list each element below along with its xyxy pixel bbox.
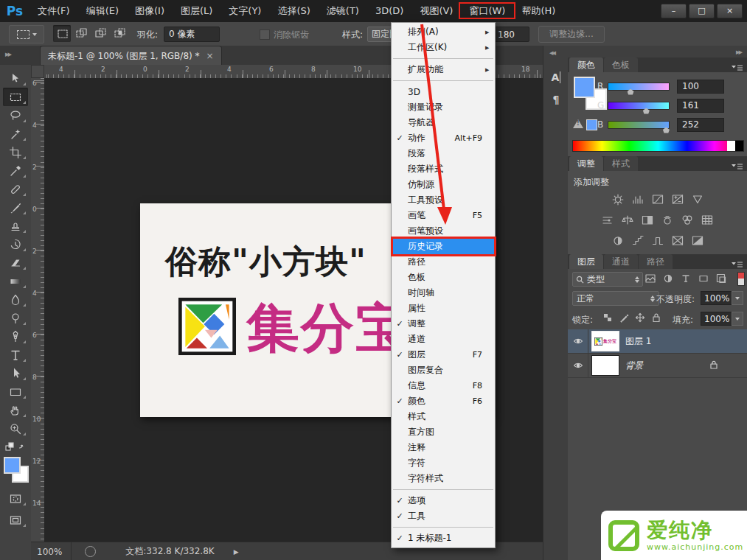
- channel-mixer-icon[interactable]: [679, 214, 695, 226]
- curves-icon[interactable]: [650, 193, 666, 206]
- quick-selection-tool[interactable]: [3, 125, 28, 143]
- window-menu-item[interactable]: ✓选项: [392, 493, 495, 508]
- window-menu-item[interactable]: ✓图层F7: [392, 347, 495, 363]
- layer-row[interactable]: 集分宝图层 1: [568, 329, 747, 354]
- path-selection-tool[interactable]: [3, 364, 28, 382]
- window-menu-item[interactable]: 画笔预设: [392, 223, 495, 239]
- blur-tool[interactable]: [3, 290, 28, 309]
- gradient-map-icon[interactable]: [670, 234, 686, 247]
- move-tool[interactable]: [3, 69, 28, 88]
- ruler-corner[interactable]: [31, 65, 44, 78]
- b-value-input[interactable]: 252: [677, 118, 724, 132]
- selective-color-icon[interactable]: [689, 234, 706, 247]
- zoom-tool[interactable]: [3, 419, 28, 438]
- shape-layer-filter-icon[interactable]: [698, 273, 709, 287]
- lock-all-button[interactable]: [650, 312, 662, 326]
- window-menu-item[interactable]: 历史记录: [392, 239, 495, 254]
- slider-handle[interactable]: [643, 108, 650, 114]
- brush-tool[interactable]: [3, 198, 28, 217]
- smart-object-filter-icon[interactable]: [715, 273, 727, 287]
- color-tab-1[interactable]: 色板: [604, 57, 638, 72]
- menu-view[interactable]: 视图(V): [411, 0, 461, 22]
- adjustments-tab-1[interactable]: 样式: [604, 156, 638, 171]
- adjustment-layer-filter-icon[interactable]: [662, 273, 674, 287]
- window-menu-item[interactable]: 3D: [392, 84, 495, 99]
- window-menu-item[interactable]: 样式: [392, 409, 495, 424]
- exposure-icon[interactable]: [670, 193, 686, 206]
- menu-edit[interactable]: 编辑(E): [78, 0, 127, 22]
- status-options-arrow-icon[interactable]: ▶: [234, 548, 239, 556]
- threshold-icon[interactable]: [650, 234, 666, 247]
- window-menu-item[interactable]: ✓动作Alt+F9: [392, 130, 495, 146]
- vibrance-icon[interactable]: [689, 193, 706, 206]
- window-menu-item[interactable]: 色板: [392, 270, 495, 285]
- dock-collapse-icon[interactable]: ◂◂: [549, 48, 555, 57]
- window-menu-item[interactable]: 字符: [392, 455, 495, 471]
- window-menu-item[interactable]: 直方图: [392, 424, 495, 440]
- quick-mask-button[interactable]: [3, 489, 28, 508]
- blend-mode-select[interactable]: 正常: [572, 291, 659, 306]
- menu-filter[interactable]: 滤镜(T): [319, 0, 367, 22]
- window-menu-item[interactable]: ✓颜色F6: [392, 393, 495, 409]
- window-menu-item[interactable]: 仿制源: [392, 177, 495, 192]
- white-swatch[interactable]: [727, 141, 735, 151]
- window-menu-item[interactable]: 注释: [392, 440, 495, 455]
- b-slider[interactable]: [608, 121, 670, 129]
- spot-healing-brush-tool[interactable]: [3, 180, 28, 198]
- color-lookup-icon[interactable]: [699, 214, 715, 226]
- maximize-button[interactable]: □: [689, 4, 715, 18]
- layers-tab-2[interactable]: 路径: [639, 254, 673, 269]
- refine-edge-button[interactable]: 调整边缘...: [538, 26, 605, 43]
- window-menu-item[interactable]: 图层复合: [392, 363, 495, 378]
- layer-thumbnail[interactable]: 集分宝: [592, 332, 619, 351]
- window-menu-item[interactable]: 工具预设: [392, 192, 495, 208]
- lock-position-button[interactable]: [634, 312, 646, 326]
- layers-tab-0[interactable]: 图层: [569, 254, 603, 269]
- type-layer-filter-icon[interactable]: [680, 273, 692, 287]
- photo-filter-icon[interactable]: [659, 214, 675, 226]
- dodge-tool[interactable]: [3, 309, 28, 327]
- brightness-contrast-icon[interactable]: [610, 193, 626, 206]
- clone-stamp-tool[interactable]: [3, 217, 28, 235]
- window-menu-item[interactable]: ✓调整: [392, 316, 495, 332]
- intersect-selection-mode-button[interactable]: [111, 25, 128, 42]
- menu-select[interactable]: 选择(S): [269, 0, 318, 22]
- tool-preset-dropdown[interactable]: [9, 25, 44, 43]
- dock-expand-icon[interactable]: ▸▸: [736, 47, 741, 57]
- menu-type[interactable]: 文字(Y): [220, 0, 269, 22]
- r-slider[interactable]: [608, 83, 670, 91]
- feather-input[interactable]: 0 像素: [164, 27, 220, 42]
- eraser-tool[interactable]: [3, 253, 28, 272]
- black-white-icon[interactable]: [639, 214, 656, 226]
- toolbar-collapse-icon[interactable]: ▸▸: [5, 49, 10, 59]
- subtract-selection-mode-button[interactable]: [91, 25, 109, 42]
- posterize-icon[interactable]: [630, 234, 646, 247]
- eyedropper-tool[interactable]: [3, 161, 28, 180]
- layers-tab-1[interactable]: 通道: [604, 254, 638, 269]
- gamut-warning-icon[interactable]: [573, 119, 583, 128]
- type-tool[interactable]: [3, 346, 28, 364]
- window-menu-item[interactable]: 段落样式: [392, 161, 495, 177]
- window-menu-item[interactable]: 导航器: [392, 115, 495, 130]
- levels-icon[interactable]: [630, 193, 646, 206]
- window-menu-item[interactable]: 属性: [392, 301, 495, 316]
- menu-file[interactable]: 文件(F): [29, 0, 78, 22]
- window-menu-item[interactable]: 路径: [392, 254, 495, 270]
- g-value-input[interactable]: 161: [677, 99, 724, 113]
- layer-row[interactable]: 背景: [568, 354, 747, 378]
- menu-layer[interactable]: 图层(L): [173, 0, 220, 22]
- rectangle-shape-tool[interactable]: [3, 382, 28, 401]
- window-menu-item[interactable]: 工作区(K)▶: [392, 40, 495, 55]
- window-menu-item[interactable]: ✓工具: [392, 508, 495, 524]
- menu-image[interactable]: 图像(I): [127, 0, 173, 22]
- gradient-tool[interactable]: [3, 272, 28, 290]
- lock-transparency-button[interactable]: [602, 312, 614, 326]
- crop-tool[interactable]: [3, 143, 28, 161]
- hue-saturation-icon[interactable]: [600, 214, 616, 226]
- r-value-input[interactable]: 100: [677, 80, 724, 94]
- paragraph-panel-button[interactable]: ¶: [546, 90, 566, 109]
- invert-icon[interactable]: [610, 234, 626, 247]
- window-menu-item[interactable]: 通道: [392, 332, 495, 347]
- gamut-color-swatch[interactable]: [586, 119, 597, 130]
- layer-thumbnail[interactable]: [592, 356, 619, 375]
